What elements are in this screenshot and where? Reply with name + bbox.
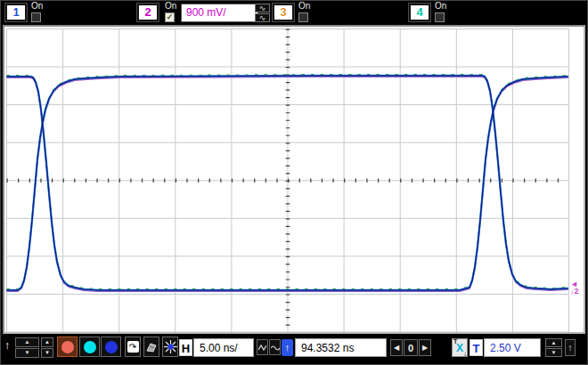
blue-circle-icon bbox=[105, 341, 118, 353]
trigger-level-up-button[interactable]: ▲ bbox=[545, 338, 562, 347]
hand-icon bbox=[145, 341, 158, 353]
brightness-icon bbox=[164, 340, 177, 353]
trigger-level-down-button[interactable]: ▼ bbox=[545, 348, 562, 357]
channel-3-checkbox[interactable] bbox=[298, 12, 308, 22]
channel-2-ground-marker[interactable]: ◄ ↓2 bbox=[570, 280, 579, 295]
channel-2-button[interactable]: 2 bbox=[137, 4, 159, 21]
trigger-source-channel1-icon[interactable]: ↑ bbox=[282, 339, 293, 356]
zigzag-zoom-button[interactable] bbox=[257, 339, 268, 355]
channel-1-button[interactable]: 1 bbox=[5, 4, 27, 21]
trigger-level-50pct-button[interactable]: T X ↓ bbox=[452, 338, 468, 357]
channel-2-checkbox[interactable]: ✓ bbox=[165, 12, 175, 22]
trigger-level-box[interactable]: 2.50 V bbox=[484, 338, 541, 357]
graticule-panel[interactable] bbox=[3, 25, 585, 334]
marker-cyan-button[interactable] bbox=[79, 337, 100, 357]
coupling-icon-bottom[interactable]: ∿ bbox=[255, 13, 270, 22]
coupling-icon-top[interactable]: ∿ bbox=[255, 4, 270, 12]
channel-3-button[interactable]: 3 bbox=[273, 4, 294, 21]
channel-bar: 1 On 2 On ✓ 900 mV/ ∿ ∿ 3 On 4 On bbox=[1, 1, 588, 25]
position-zero-button[interactable]: 0 bbox=[404, 339, 418, 356]
position-right-button[interactable]: ▶ bbox=[419, 339, 431, 356]
channel-4-on-label: On bbox=[435, 1, 446, 11]
channel-4-checkbox[interactable] bbox=[435, 12, 445, 22]
marker-blue-button[interactable] bbox=[101, 337, 121, 357]
channel-1-checkbox[interactable] bbox=[31, 12, 41, 22]
sine-zoom-button[interactable] bbox=[269, 339, 281, 355]
channel-3-on-label: On bbox=[298, 1, 310, 11]
cyan-circle-icon bbox=[84, 341, 96, 353]
xtrig-arrow-glyph: ↓ bbox=[463, 350, 467, 358]
horizontal-position-box[interactable]: 94.3532 ns bbox=[295, 338, 387, 357]
touch-button[interactable] bbox=[143, 337, 159, 357]
vertical-up-button[interactable]: ▲ bbox=[15, 337, 39, 347]
position-left-button[interactable]: ◀ bbox=[390, 339, 403, 356]
scroll-up-indicator-icon: ↑ bbox=[4, 338, 11, 352]
fine-up-button[interactable]: ▲ bbox=[41, 337, 53, 347]
bottom-toolbar: ↑ ▲ ▼ ▲ ▼ ↷ H 5.00 ns/ bbox=[1, 335, 588, 365]
panel-up-button[interactable]: ↑ bbox=[565, 339, 576, 356]
oscilloscope-screen: 1 On 2 On ✓ 900 mV/ ∿ ∿ 3 On 4 On ◄ ↓2 ↑… bbox=[0, 0, 588, 365]
sine-icon bbox=[271, 345, 280, 352]
red-circle-icon bbox=[61, 341, 74, 353]
marker-red-button[interactable] bbox=[57, 337, 78, 357]
channel-2-on-label: On bbox=[165, 1, 176, 11]
channel-2-scale-box[interactable]: 900 mV/ bbox=[181, 4, 258, 22]
horizontal-scale-box[interactable]: 5.00 ns/ bbox=[193, 338, 254, 357]
ground-marker-label: ↓2 bbox=[570, 288, 579, 295]
brightness-button[interactable] bbox=[162, 337, 178, 357]
clear-display-button[interactable]: ↷ bbox=[125, 337, 141, 357]
clear-display-icon: ↷ bbox=[127, 341, 139, 353]
fine-down-button[interactable]: ▼ bbox=[41, 348, 53, 358]
horizontal-label[interactable]: H bbox=[179, 339, 192, 356]
channel-1-on-label: On bbox=[31, 1, 43, 11]
channel-4-button[interactable]: 4 bbox=[409, 4, 430, 21]
xtrig-x-icon: X bbox=[456, 342, 463, 354]
vertical-down-button[interactable]: ▼ bbox=[15, 348, 39, 358]
trigger-label[interactable]: T bbox=[470, 339, 483, 356]
zigzag-icon bbox=[258, 344, 266, 352]
